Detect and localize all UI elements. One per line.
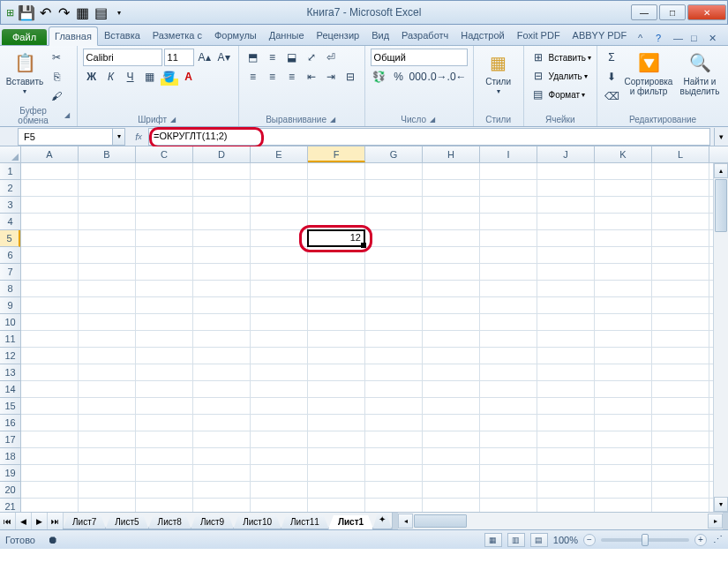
sheet-tab[interactable]: Лист9 [191,515,234,529]
grow-font-button[interactable]: A▴ [196,49,214,66]
border-button[interactable]: ▦ [141,68,159,86]
page-break-view-button[interactable]: ▤ [530,533,548,547]
maximize-button[interactable]: □ [659,4,686,20]
row-header[interactable]: 14 [0,381,20,398]
vscroll-thumb[interactable] [715,179,727,232]
zoom-level[interactable]: 100% [553,535,578,545]
row-header[interactable]: 17 [0,431,20,448]
row-header[interactable]: 1 [0,163,20,180]
font-size-combo[interactable] [164,49,194,66]
row-header[interactable]: 2 [0,180,20,197]
fill-color-button[interactable]: 🪣 [161,68,178,86]
copy-button[interactable]: ⎘ [48,68,65,86]
cut-button[interactable]: ✂ [48,49,65,66]
clipboard-launcher[interactable]: ◢ [63,111,71,120]
tab-данные[interactable]: Данные [263,26,311,45]
fx-button[interactable]: fx [129,128,148,146]
zoom-slider[interactable] [601,538,689,542]
sort-filter-button[interactable]: 🔽 Сортировка и фильтр [624,49,673,114]
column-header[interactable]: B [79,146,136,162]
sheet-nav-last[interactable]: ⏭ [48,513,64,529]
sheet-tab[interactable]: Лист8 [148,515,191,529]
comma-button[interactable]: 000 [409,68,427,86]
scroll-up-button[interactable]: ▴ [714,163,728,178]
row-header[interactable]: 5 [0,230,20,247]
hscroll-thumb[interactable] [414,514,467,528]
tab-разметкас[interactable]: Разметка с [146,26,208,45]
column-header[interactable]: I [480,146,537,162]
decrease-indent-button[interactable]: ⇤ [303,68,320,86]
macro-record-button[interactable]: ⏺ [44,531,62,549]
row-header[interactable]: 16 [0,415,20,431]
tab-вид[interactable]: Вид [365,26,395,45]
merge-button[interactable]: ⊟ [341,68,359,86]
autosum-button[interactable]: Σ [603,49,620,66]
sheet-tab[interactable]: Лист10 [233,515,281,529]
row-header[interactable]: 13 [0,364,20,381]
row-header[interactable]: 15 [0,398,20,415]
tab-формулы[interactable]: Формулы [208,26,263,45]
vertical-scrollbar[interactable]: ▴ ▾ [713,163,728,512]
tab-рецензир[interactable]: Рецензир [311,26,366,45]
paste-button[interactable]: 📋 Вставить ▾ [5,49,44,105]
scroll-left-button[interactable]: ◂ [398,514,413,529]
qat-btn4[interactable]: ▦ [73,4,91,21]
help-icon[interactable]: ? [656,33,668,45]
doc-close-icon[interactable]: ✕ [709,33,721,45]
sheet-nav-prev[interactable]: ◀ [16,513,32,529]
qat-btn5[interactable]: ▤ [92,4,109,21]
font-color-button[interactable]: A [180,68,198,86]
qat-customize[interactable]: ▾ [110,4,128,21]
wrap-text-button[interactable]: ⏎ [322,49,340,66]
fill-button[interactable]: ⬇ [603,68,620,86]
column-header[interactable]: A [21,146,79,162]
font-launcher[interactable]: ◢ [169,116,177,124]
zoom-in-button[interactable]: + [694,534,707,546]
clear-button[interactable]: ⌫ [603,87,620,105]
sheet-nav-next[interactable]: ▶ [32,513,48,529]
sheet-tab[interactable]: Лист1 [328,515,373,529]
hsplit-handle[interactable] [723,513,728,529]
row-header[interactable]: 12 [0,348,20,364]
doc-restore-icon[interactable]: □ [691,33,703,45]
number-launcher[interactable]: ◢ [428,116,437,124]
column-header[interactable]: E [251,146,308,162]
active-cell[interactable]: 12 [307,229,365,247]
sheet-nav-first[interactable]: ⏮ [0,513,16,529]
increase-decimal-button[interactable]: .0→ [429,68,447,86]
column-header[interactable]: H [423,146,480,162]
percent-button[interactable]: % [390,68,408,86]
number-format-combo[interactable] [371,49,468,66]
normal-view-button[interactable]: ▦ [484,533,502,547]
insert-cells-button[interactable]: ⊞Вставить▾ [529,49,591,66]
tab-разработч[interactable]: Разработч [395,26,454,45]
row-header[interactable]: 21 [0,499,20,512]
column-header[interactable]: K [595,146,652,162]
ribbon-minimize-icon[interactable]: ^ [638,33,650,45]
align-center-button[interactable]: ≡ [264,68,281,86]
tab-вставка[interactable]: Вставка [98,26,146,45]
bold-button[interactable]: Ж [83,68,101,86]
file-tab[interactable]: Файл [2,29,47,45]
row-header[interactable]: 8 [0,281,20,297]
row-header[interactable]: 4 [0,214,20,230]
zoom-thumb[interactable] [642,534,649,546]
column-header[interactable]: J [537,146,595,162]
row-header[interactable]: 18 [0,448,20,465]
align-middle-button[interactable]: ≡ [264,49,281,66]
doc-minimize-icon[interactable]: — [673,33,686,45]
row-header[interactable]: 3 [0,197,20,214]
align-top-button[interactable]: ⬒ [244,49,262,66]
decrease-decimal-button[interactable]: .0← [448,68,466,86]
row-header[interactable]: 20 [0,482,20,499]
increase-indent-button[interactable]: ⇥ [322,68,340,86]
fill-handle[interactable] [361,243,366,248]
tab-foxitpdf[interactable]: Foxit PDF [511,26,567,45]
column-header[interactable]: G [365,146,423,162]
align-left-button[interactable]: ≡ [244,68,262,86]
tab-надстрой[interactable]: Надстрой [454,26,510,45]
row-header[interactable]: 11 [0,331,20,348]
format-painter-button[interactable]: 🖌 [48,87,65,105]
row-header[interactable]: 7 [0,264,20,281]
page-layout-view-button[interactable]: ▥ [507,533,525,547]
